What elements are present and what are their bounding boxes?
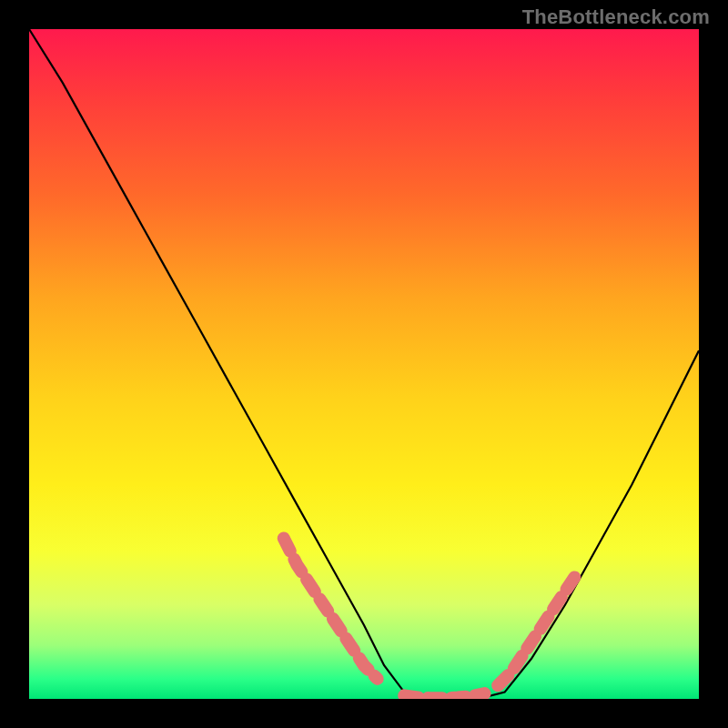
chart-frame: TheBottleneck.com [0,0,728,728]
watermark-text: TheBottleneck.com [522,5,710,29]
highlight-segment [404,693,484,698]
bottleneck-curve [29,29,699,699]
highlight-segment [284,538,378,679]
plot-area [29,29,699,699]
highlight-segment [498,571,578,685]
bottleneck-curve-svg [29,29,699,699]
